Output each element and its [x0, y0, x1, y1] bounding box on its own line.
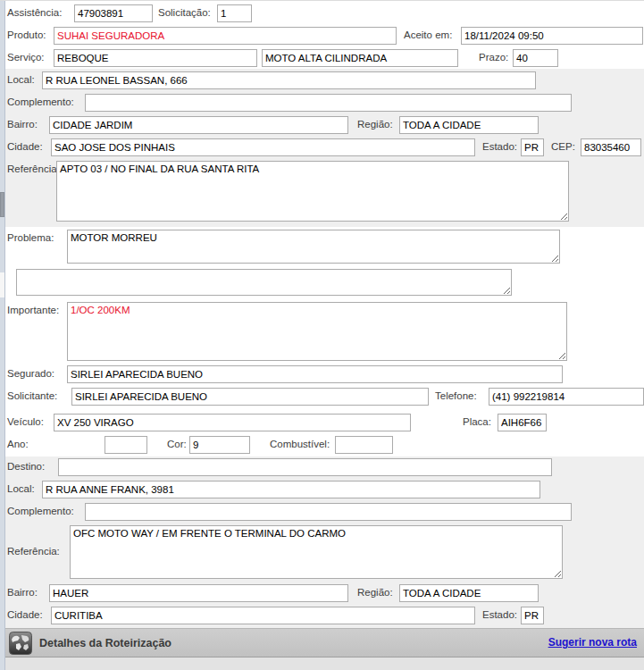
origem-complemento-input[interactable]: [85, 94, 572, 112]
origem-bairro-label: Bairro:: [7, 119, 38, 130]
destino-cidade-label: Cidade:: [7, 609, 43, 620]
destino-input[interactable]: [58, 458, 552, 476]
destino-regiao-label: Região:: [357, 587, 393, 598]
servico-tipo-input[interactable]: [262, 49, 458, 67]
origem-regiao-input[interactable]: [399, 116, 539, 134]
destino-regiao-input[interactable]: [399, 584, 539, 602]
solicitante-label: Solicitante:: [7, 390, 57, 401]
observacao-textarea[interactable]: [16, 269, 512, 296]
bottom-area: [5, 657, 644, 670]
veiculo-label: Veículo:: [7, 416, 44, 427]
prazo-label: Prazo:: [479, 52, 508, 63]
destino-label: Destino:: [7, 461, 45, 472]
world-map-icon: [9, 632, 32, 655]
solicitante-input[interactable]: [71, 388, 429, 406]
origem-regiao-label: Região:: [357, 119, 393, 130]
cor-label: Cor:: [167, 439, 187, 449]
origem-estado-label: Estado:: [482, 141, 517, 152]
destino-referencia-textarea[interactable]: OFC MOTO WAY / EM FRENTE O TERMINAL DO C…: [70, 525, 563, 579]
importante-label: Importante:: [7, 305, 59, 315]
destino-bairro-input[interactable]: [49, 584, 348, 602]
placa-label: Placa:: [463, 416, 491, 427]
produto-label: Produto:: [7, 29, 46, 40]
aceito-em-input[interactable]: [461, 27, 643, 45]
scrollbar-thumb[interactable]: [0, 192, 4, 217]
assistencia-label: Assistência:: [7, 7, 62, 18]
origem-estado-input[interactable]: [521, 138, 544, 156]
problema-textarea[interactable]: MOTOR MORREU: [67, 230, 560, 264]
solicitacao-input[interactable]: [217, 4, 252, 22]
origem-bairro-input[interactable]: [49, 116, 348, 134]
combustivel-input[interactable]: [335, 436, 393, 454]
destino-estado-input[interactable]: [521, 607, 544, 624]
prazo-input[interactable]: [513, 49, 558, 67]
servico-input[interactable]: [54, 49, 257, 67]
destino-local-label: Local:: [7, 483, 35, 494]
placa-input[interactable]: [498, 414, 547, 431]
assistance-form: Assistência: Solicitação: Produto: Aceit…: [0, 0, 644, 670]
cor-input[interactable]: [189, 436, 250, 454]
produto-input[interactable]: [54, 27, 397, 45]
destino-estado-label: Estado:: [482, 609, 517, 620]
destino-cidade-input[interactable]: [51, 607, 475, 624]
scrollbar-gap: [0, 272, 4, 297]
destino-local-input[interactable]: [42, 481, 540, 498]
servico-label: Serviço:: [7, 52, 45, 63]
routing-title: Detalhes da Roteirização: [39, 637, 171, 649]
aceito-em-label: Aceito em:: [404, 29, 452, 40]
telefone-input[interactable]: [489, 388, 644, 406]
telefone-label: Telefone:: [435, 390, 477, 401]
destino-bairro-label: Bairro:: [7, 587, 38, 598]
suggest-new-route-link[interactable]: Sugerir nova rota: [548, 636, 637, 649]
ano-input[interactable]: [105, 436, 147, 454]
origem-local-label: Local:: [7, 74, 35, 85]
destino-complemento-label: Complemento:: [7, 506, 74, 516]
problema-label: Problema:: [7, 232, 54, 243]
destino-complemento-input[interactable]: [85, 503, 572, 521]
origem-cidade-label: Cidade:: [7, 141, 43, 152]
referencias-textarea[interactable]: APTO 03 / NO FINAL DA RUA SANTA RITA: [56, 161, 569, 222]
segurado-input[interactable]: [67, 365, 563, 383]
solicitacao-label: Solicitação:: [158, 7, 211, 18]
origem-cidade-input[interactable]: [51, 138, 475, 156]
importante-textarea[interactable]: 1/OC 200KM: [67, 302, 567, 361]
destino-referencia-label: Referência:: [7, 546, 60, 557]
origem-local-input[interactable]: [42, 71, 536, 89]
segurado-label: Segurado:: [7, 368, 54, 379]
combustivel-label: Combustível:: [270, 439, 330, 449]
ano-label: Ano:: [7, 439, 29, 449]
origem-complemento-label: Complemento:: [7, 96, 74, 107]
cep-input[interactable]: [581, 138, 641, 156]
cep-label: CEP:: [551, 141, 575, 152]
veiculo-input[interactable]: [54, 414, 411, 431]
assistencia-input[interactable]: [74, 4, 153, 22]
